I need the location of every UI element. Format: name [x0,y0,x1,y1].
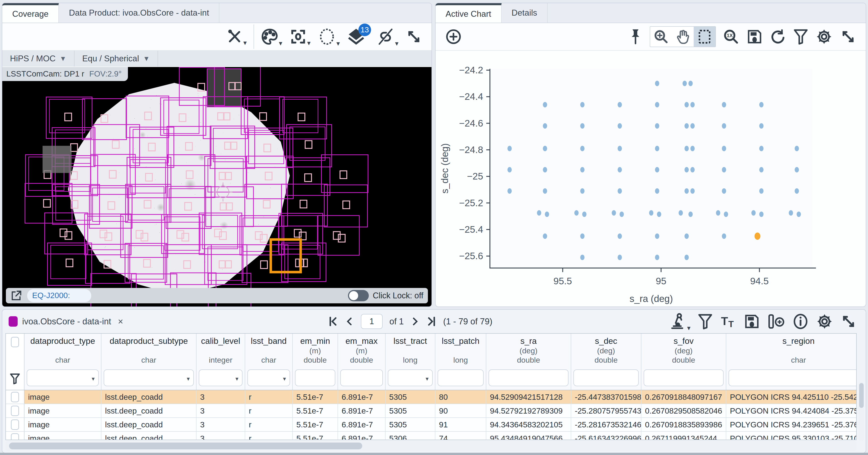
row-checkbox[interactable] [11,406,19,416]
settings-icon[interactable] [815,28,833,45]
select-all-checkbox[interactable] [11,337,19,347]
filter-icon[interactable] [698,313,713,330]
column-type: integer [196,356,245,364]
click-lock-toggle[interactable] [348,290,369,301]
cell-dataproduct_subtype: lsst.deep_coadd [101,404,196,418]
text-view-icon[interactable]: TT [720,313,737,329]
table-row[interactable]: imagelsst.deep_coadd3r5.51e-76.891e-7530… [6,418,856,432]
column-header-s_region[interactable]: s_region char [726,334,857,368]
table-tab[interactable]: ivoa.ObsCore - data-int × [9,316,123,327]
layers-icon[interactable]: 13 [347,28,365,46]
column-header-dataproduct_subtype[interactable]: dataproduct_subtype char [101,334,196,368]
filter-input-em_max[interactable] [340,369,383,386]
cell-dataproduct_type: image [25,418,101,431]
column-unit [435,346,486,355]
cell-s_dec: -25.280757955743802 [571,404,641,418]
filter-input-s_fov[interactable] [644,369,723,386]
vertical-scrollbar[interactable] [859,382,864,441]
cell-s_region: POLYGON ICRS 94.424084 -25.375725 94. [726,404,857,418]
tools-icon[interactable]: ▾ [226,28,247,45]
sky-viewer[interactable]: LSSTComCam: DP1 rFOV:2.9° [2,67,432,306]
filter-input-lsst_patch[interactable] [438,369,484,386]
tab-data-product[interactable]: Data Product: ivoa.ObsCore - data-int [59,3,219,23]
restore-icon[interactable] [770,29,786,45]
data-table[interactable]: dataproduct_type chardataproduct_subtype… [5,333,857,440]
tab-coverage[interactable]: Coverage [2,3,59,23]
column-header-em_min[interactable]: em_min(m)double [293,334,338,368]
expand-icon[interactable] [406,29,422,45]
vscroll-thumb[interactable] [859,383,864,408]
add-chart-icon[interactable] [445,28,462,45]
horizontal-scrollbar[interactable] [5,441,857,451]
unlink-icon[interactable]: ▾ [376,28,399,46]
filter-input-s_ra[interactable] [489,369,568,386]
filter-input-lsst_tract[interactable]: ▾ [388,369,433,386]
tab-active-chart-label: Active Chart [445,9,491,19]
cell-lsst_patch: 91 [435,418,486,431]
filter-input-lsst_band[interactable]: ▾ [247,369,290,386]
table-row[interactable]: imagelsst.deep_coadd3r5.51e-76.891e-7530… [6,432,856,440]
hips-moc-menu[interactable]: HiPS / MOC▼ [2,51,74,66]
save-icon[interactable] [744,313,760,329]
column-type: double [571,356,641,364]
column-header-s_ra[interactable]: s_ra(deg)double [486,334,571,368]
recenter-icon[interactable]: ▾ [289,28,311,45]
projection-menu[interactable]: Equ / Spherical▼ [74,51,158,66]
window-bottom-strip [0,453,868,455]
last-page-icon[interactable] [426,316,436,327]
svg-text:−24.2: −24.2 [459,65,483,75]
column-header-calib_level[interactable]: calib_level integer [196,334,245,368]
tab-details[interactable]: Details [502,3,548,23]
tab-active-chart[interactable]: Active Chart [436,3,502,23]
pin-icon[interactable] [628,28,643,46]
box-select-icon[interactable] [694,27,715,47]
column-header-lsst_tract[interactable]: lsst_tract long [385,334,435,368]
column-header-s_dec[interactable]: s_dec(deg)double [571,334,641,368]
table-row[interactable]: imagelsst.deep_coadd3r5.51e-76.891e-7530… [6,404,856,418]
scatter-chart[interactable]: −24.2−24.4−24.6−24.8−25−25.2−25.4−25.695… [436,51,866,309]
settings-icon[interactable] [816,313,833,330]
next-page-icon[interactable] [410,316,420,327]
zoom-1x-icon[interactable]: 1X [723,28,739,45]
column-header-s_fov[interactable]: s_fov(deg)double [641,334,726,368]
column-header-dataproduct_type[interactable]: dataproduct_type char [25,334,101,368]
column-header-em_max[interactable]: em_max(m)double [338,334,385,368]
palette-icon[interactable]: ▾ [261,28,282,46]
row-checkbox[interactable] [11,420,19,430]
filter-input-s_dec[interactable] [574,369,639,386]
column-header-lsst_band[interactable]: lsst_band char [245,334,293,368]
cell-em_max: 6.891e-7 [338,390,385,404]
expand-icon[interactable] [840,313,857,330]
filter-input-dataproduct_subtype[interactable]: ▾ [104,369,194,386]
filter-input-s_region[interactable] [728,369,857,386]
table-row[interactable]: imagelsst.deep_coadd3r5.51e-76.891e-7530… [6,390,856,404]
row-checkbox[interactable] [11,433,19,440]
close-table-icon[interactable]: × [118,316,123,327]
table-toolbar: ▾ TT [666,310,860,333]
search-options-icon[interactable]: ▾ [670,313,690,330]
save-icon[interactable] [747,29,763,44]
filter-input-em_min[interactable] [295,369,335,386]
filter-input-calib_level[interactable]: ▾ [199,369,243,386]
filter-icon[interactable] [793,29,808,45]
column-name: em_min [293,336,338,346]
pan-icon[interactable] [672,27,694,47]
info-icon[interactable] [793,313,809,330]
row-checkbox[interactable] [11,392,19,402]
column-name: em_max [338,336,385,346]
hscroll-thumb[interactable] [9,443,362,449]
page-number-input[interactable] [361,314,382,329]
coverage-image[interactable] [2,67,432,306]
filter-input-dataproduct_type[interactable]: ▾ [27,369,99,386]
prev-page-icon[interactable] [345,316,354,327]
column-header-lsst_patch[interactable]: lsst_patch long [435,334,486,368]
external-link-icon[interactable] [10,290,22,302]
chart-toolbar: 1X [436,23,866,51]
add-column-icon[interactable] [767,313,785,329]
coverage-toolbar: ▾ ▾ ▾ ▾ 13 ▾ [2,23,432,51]
zoom-in-icon[interactable] [650,27,672,47]
select-region-icon[interactable]: ▾ [318,28,340,46]
chart-mode-group [650,26,716,47]
first-page-icon[interactable] [328,316,338,327]
expand-icon[interactable] [840,29,856,45]
